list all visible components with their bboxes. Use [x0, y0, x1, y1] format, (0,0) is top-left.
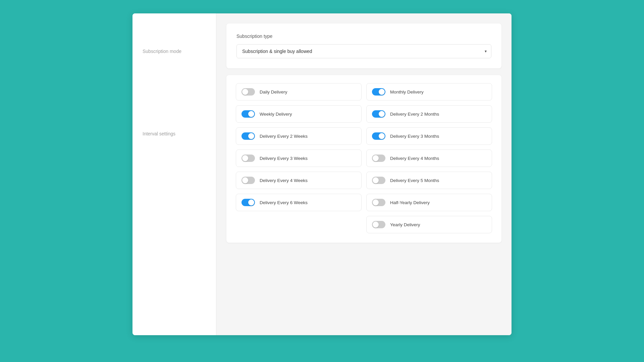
toggle-item-every6weeks: Delivery Every 6 Weeks: [236, 194, 362, 211]
page-container: Subscription mode Interval settings Subs…: [132, 13, 512, 335]
toggle-item-every3weeks: Delivery Every 3 Weeks: [236, 149, 362, 167]
toggle-item-weekly: Weekly Delivery: [236, 105, 362, 123]
interval-settings-card: Daily Delivery Monthly Delivery Weekly D…: [226, 75, 501, 243]
toggle-label-every3weeks: Delivery Every 3 Weeks: [260, 156, 308, 161]
toggle-every3months[interactable]: [372, 132, 385, 140]
toggle-item-every4months: Delivery Every 4 Months: [366, 149, 492, 167]
subscription-type-title: Subscription type: [236, 34, 491, 39]
toggle-item-monthly: Monthly Delivery: [366, 83, 492, 101]
toggle-label-every6weeks: Delivery Every 6 Weeks: [260, 200, 308, 205]
toggle-item-every5months: Delivery Every 5 Months: [366, 172, 492, 189]
toggle-every4weeks[interactable]: [241, 177, 255, 184]
toggle-every3weeks[interactable]: [241, 155, 255, 162]
toggle-label-every5months: Delivery Every 5 Months: [390, 178, 439, 183]
toggle-label-yearly: Yearly Delivery: [390, 222, 420, 227]
interval-settings-label: Interval settings: [143, 131, 206, 136]
toggle-every2weeks[interactable]: [241, 132, 255, 140]
toggle-label-every2months: Delivery Every 2 Months: [390, 112, 439, 117]
subscription-type-card: Subscription type Subscription & single …: [226, 23, 501, 68]
toggle-item-daily: Daily Delivery: [236, 83, 362, 101]
interval-grid: Daily Delivery Monthly Delivery Weekly D…: [236, 83, 492, 233]
toggle-item-every2months: Delivery Every 2 Months: [366, 105, 492, 123]
toggle-every2months[interactable]: [372, 110, 385, 118]
toggle-item-halfyearly: Half-Yearly Delivery: [366, 194, 492, 211]
toggle-item-every3months: Delivery Every 3 Months: [366, 127, 492, 145]
toggle-halfyearly[interactable]: [372, 199, 385, 206]
toggle-item-every4weeks: Delivery Every 4 Weeks: [236, 172, 362, 189]
toggle-every4months[interactable]: [372, 155, 385, 162]
main-content: Subscription type Subscription & single …: [216, 13, 512, 335]
toggle-label-monthly: Monthly Delivery: [390, 89, 424, 95]
subscription-mode-label: Subscription mode: [143, 49, 206, 54]
toggle-item-yearly: Yearly Delivery: [366, 216, 492, 233]
toggle-daily[interactable]: [241, 88, 255, 96]
toggle-label-weekly: Weekly Delivery: [260, 112, 292, 117]
toggle-label-daily: Daily Delivery: [260, 89, 287, 95]
toggle-weekly[interactable]: [241, 110, 255, 118]
subscription-type-wrapper: Subscription & single buy allowedSubscri…: [236, 44, 491, 58]
toggle-label-every2weeks: Delivery Every 2 Weeks: [260, 134, 308, 139]
toggle-every6weeks[interactable]: [241, 199, 255, 206]
toggle-item-every2weeks: Delivery Every 2 Weeks: [236, 127, 362, 145]
left-sidebar: Subscription mode Interval settings: [132, 13, 216, 335]
toggle-monthly[interactable]: [372, 88, 385, 96]
toggle-every5months[interactable]: [372, 177, 385, 184]
toggle-label-every3months: Delivery Every 3 Months: [390, 134, 439, 139]
toggle-label-halfyearly: Half-Yearly Delivery: [390, 200, 430, 205]
subscription-type-select[interactable]: Subscription & single buy allowedSubscri…: [236, 44, 491, 58]
toggle-label-every4months: Delivery Every 4 Months: [390, 156, 439, 161]
toggle-yearly[interactable]: [372, 221, 385, 228]
toggle-label-every4weeks: Delivery Every 4 Weeks: [260, 178, 308, 183]
